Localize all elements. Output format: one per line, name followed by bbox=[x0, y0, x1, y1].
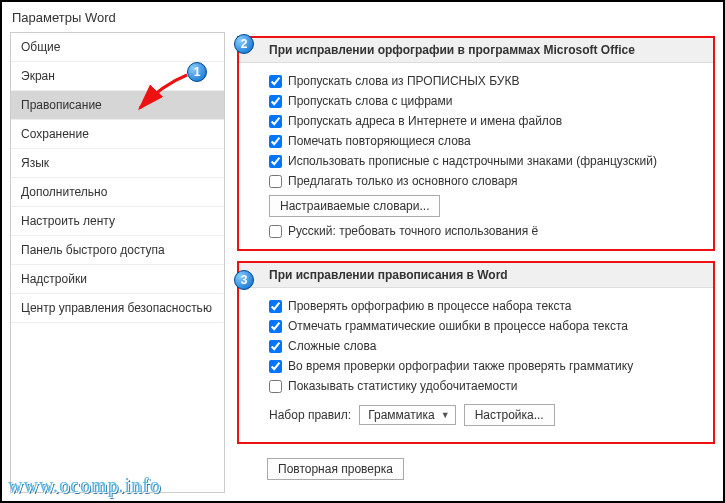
window-title: Параметры Word bbox=[2, 2, 723, 31]
checkbox[interactable] bbox=[269, 95, 282, 108]
check-label: Пропускать адреса в Интернете и имена фа… bbox=[288, 114, 562, 128]
check-label: Пропускать слова из ПРОПИСНЫХ БУКВ bbox=[288, 74, 519, 88]
checkbox[interactable] bbox=[269, 135, 282, 148]
check-label: Отмечать грамматические ошибки в процесс… bbox=[288, 319, 628, 333]
check-grammar-as-type[interactable]: Отмечать грамматические ошибки в процесс… bbox=[269, 316, 703, 336]
sidebar-item-ribbon[interactable]: Настроить ленту bbox=[11, 207, 224, 236]
grammar-settings-button[interactable]: Настройка... bbox=[464, 404, 555, 426]
sidebar-item-addins[interactable]: Надстройки bbox=[11, 265, 224, 294]
check-label: Сложные слова bbox=[288, 339, 376, 353]
check-label: Помечать повторяющиеся слова bbox=[288, 134, 471, 148]
sidebar-item-label: Дополнительно bbox=[21, 185, 107, 199]
sidebar-item-label: Надстройки bbox=[21, 272, 87, 286]
group-header: При исправлении орфографии в программах … bbox=[239, 38, 713, 63]
check-internet[interactable]: Пропускать адреса в Интернете и имена фа… bbox=[269, 111, 703, 131]
content-pane: При исправлении орфографии в программах … bbox=[225, 32, 723, 501]
check-maindict[interactable]: Предлагать только из основного словаря bbox=[269, 171, 703, 191]
check-label: Использовать прописные с надстрочными зн… bbox=[288, 154, 657, 168]
ruleset-select[interactable]: Грамматика ▼ bbox=[359, 405, 455, 425]
sidebar-item-label: Язык bbox=[21, 156, 49, 170]
check-russian-yo[interactable]: Русский: требовать точного использования… bbox=[269, 221, 703, 241]
checkbox[interactable] bbox=[269, 175, 282, 188]
sidebar-item-label: Сохранение bbox=[21, 127, 89, 141]
group-word-proofing: При исправлении правописания в Word Пров… bbox=[237, 261, 715, 444]
sidebar-item-save[interactable]: Сохранение bbox=[11, 120, 224, 149]
check-readability[interactable]: Показывать статистику удобочитаемости bbox=[269, 376, 703, 396]
sidebar-item-label: Правописание bbox=[21, 98, 102, 112]
sidebar-item-label: Экран bbox=[21, 69, 55, 83]
sidebar-item-qat[interactable]: Панель быстрого доступа bbox=[11, 236, 224, 265]
sidebar: Общие Экран Правописание Сохранение Язык… bbox=[10, 32, 225, 493]
sidebar-item-language[interactable]: Язык bbox=[11, 149, 224, 178]
sidebar-item-label: Панель быстрого доступа bbox=[21, 243, 165, 257]
checkbox[interactable] bbox=[269, 360, 282, 373]
checkbox[interactable] bbox=[269, 320, 282, 333]
check-label: Предлагать только из основного словаря bbox=[288, 174, 517, 188]
checkbox[interactable] bbox=[269, 380, 282, 393]
check-uppercase[interactable]: Пропускать слова из ПРОПИСНЫХ БУКВ bbox=[269, 71, 703, 91]
options-window: Параметры Word 1 2 3 Общие Экран Правопи… bbox=[0, 0, 725, 503]
check-label: Пропускать слова с цифрами bbox=[288, 94, 452, 108]
check-label: Показывать статистику удобочитаемости bbox=[288, 379, 517, 393]
check-french[interactable]: Использовать прописные с надстрочными зн… bbox=[269, 151, 703, 171]
sidebar-item-label: Общие bbox=[21, 40, 60, 54]
sidebar-item-label: Центр управления безопасностью bbox=[21, 301, 212, 315]
check-spell-as-type[interactable]: Проверять орфографию в процессе набора т… bbox=[269, 296, 703, 316]
callout-1: 1 bbox=[187, 62, 207, 82]
checkbox[interactable] bbox=[269, 155, 282, 168]
group-office-spelling: При исправлении орфографии в программах … bbox=[237, 36, 715, 251]
sidebar-item-proofing[interactable]: Правописание bbox=[11, 91, 224, 120]
checkbox[interactable] bbox=[269, 300, 282, 313]
check-label: Русский: требовать точного использования… bbox=[288, 224, 538, 238]
sidebar-item-advanced[interactable]: Дополнительно bbox=[11, 178, 224, 207]
callout-2: 2 bbox=[234, 34, 254, 54]
callout-3: 3 bbox=[234, 270, 254, 290]
ruleset-label: Набор правил: bbox=[269, 408, 351, 422]
recheck-button[interactable]: Повторная проверка bbox=[267, 458, 404, 480]
sidebar-item-trustcenter[interactable]: Центр управления безопасностью bbox=[11, 294, 224, 323]
checkbox[interactable] bbox=[269, 340, 282, 353]
check-grammar-with-spell[interactable]: Во время проверки орфографии также прове… bbox=[269, 356, 703, 376]
sidebar-item-general[interactable]: Общие bbox=[11, 33, 224, 62]
group-header: При исправлении правописания в Word bbox=[239, 263, 713, 288]
custom-dictionaries-button[interactable]: Настраиваемые словари... bbox=[269, 195, 440, 217]
check-numbers[interactable]: Пропускать слова с цифрами bbox=[269, 91, 703, 111]
check-repeated[interactable]: Помечать повторяющиеся слова bbox=[269, 131, 703, 151]
check-compound-words[interactable]: Сложные слова bbox=[269, 336, 703, 356]
checkbox[interactable] bbox=[269, 115, 282, 128]
checkbox[interactable] bbox=[269, 225, 282, 238]
checkbox[interactable] bbox=[269, 75, 282, 88]
chevron-down-icon: ▼ bbox=[441, 410, 450, 420]
check-label: Во время проверки орфографии также прове… bbox=[288, 359, 633, 373]
check-label: Проверять орфографию в процессе набора т… bbox=[288, 299, 572, 313]
sidebar-item-label: Настроить ленту bbox=[21, 214, 115, 228]
select-value: Грамматика bbox=[368, 408, 434, 422]
